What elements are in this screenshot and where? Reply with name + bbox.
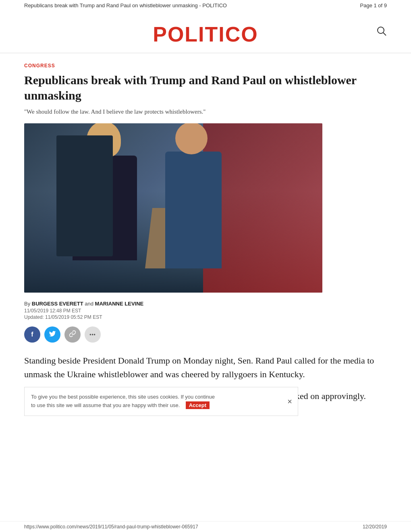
by-label: By — [24, 301, 30, 307]
link-share-button[interactable] — [64, 326, 81, 343]
cookie-accept-button[interactable]: Accept — [186, 401, 210, 409]
article-hero-image — [24, 123, 322, 293]
person2-figure — [161, 139, 234, 268]
person2-body — [165, 152, 222, 268]
author2-name[interactable]: MARIANNE LEVINE — [95, 301, 144, 307]
and-label: and — [85, 301, 93, 307]
person2-head — [175, 123, 208, 154]
cookie-banner: To give you the best possible experience… — [24, 387, 298, 416]
twitter-share-button[interactable] — [44, 326, 60, 343]
author-line: By BURGESS EVERETT and MARIANNE LEVINE — [24, 301, 387, 307]
browser-title: Republicans break with Trump and Rand Pa… — [24, 2, 227, 8]
page-number: Page 1 of 9 — [360, 2, 387, 8]
cookie-and-text-area: "Do your job and print his name!" Paul s… — [24, 389, 387, 416]
social-share-bar: f ••• — [24, 326, 387, 343]
facebook-icon: f — [31, 331, 33, 338]
cookie-close-button[interactable]: × — [287, 395, 292, 407]
svg-point-0 — [378, 27, 384, 33]
author-info: By BURGESS EVERETT and MARIANNE LEVINE 1… — [24, 301, 387, 320]
publish-date: 11/05/2019 12:48 PM EST — [24, 308, 387, 314]
more-share-button[interactable]: ••• — [85, 326, 101, 343]
logo-bar: POLITICO — [0, 11, 411, 53]
article-title: Republicans break with Trump and Rand Pa… — [24, 73, 387, 103]
twitter-icon — [49, 330, 56, 339]
link-icon — [69, 330, 76, 339]
person1-head — [87, 123, 121, 158]
article-body-paragraph-1: Standing beside President Donald Trump o… — [24, 354, 387, 381]
cookie-secondary-text: to use this site we will assume that you… — [31, 402, 180, 408]
person1-tie — [99, 168, 111, 240]
article-subtitle: "We should follow the law. And I believe… — [24, 108, 387, 116]
footer-url: https://www.politico.com/news/2019/11/05… — [24, 524, 198, 530]
site-logo[interactable]: POLITICO — [153, 22, 258, 46]
search-button[interactable] — [376, 26, 387, 38]
page-header: Republicans break with Trump and Rand Pa… — [0, 0, 411, 11]
footer-date: 12/20/2019 — [363, 524, 387, 530]
more-icon: ••• — [89, 332, 96, 337]
cookie-main-text: To give you the best possible experience… — [31, 394, 215, 400]
author1-name[interactable]: BURGESS EVERETT — [32, 301, 83, 307]
svg-line-1 — [383, 33, 386, 35]
main-content: CONGRESS Republicans break with Trump an… — [0, 53, 411, 428]
person1-body — [73, 156, 137, 260]
section-label[interactable]: CONGRESS — [24, 63, 387, 69]
cookie-text: To give you the best possible experience… — [31, 393, 278, 410]
facebook-share-button[interactable]: f — [24, 326, 40, 343]
updated-date: Updated: 11/05/2019 05:52 PM EST — [24, 314, 387, 320]
person1-figure — [64, 148, 145, 260]
page-footer: https://www.politico.com/news/2019/11/05… — [0, 521, 411, 532]
